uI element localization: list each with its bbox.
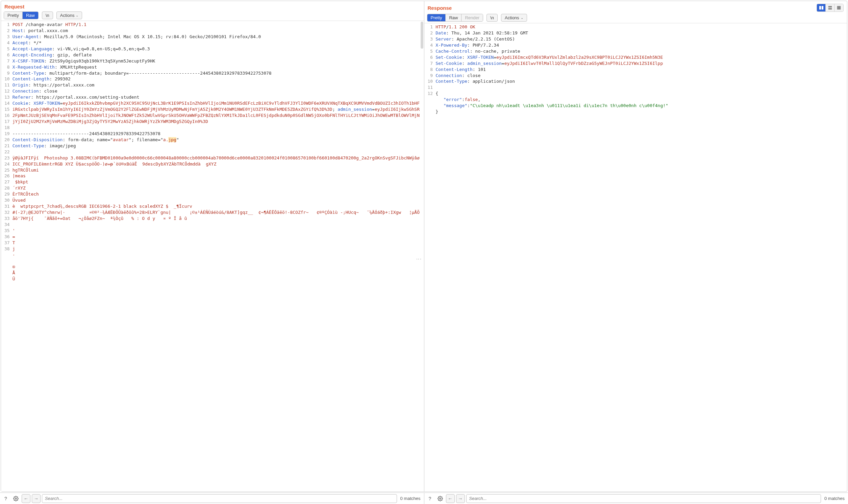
footer: ? ← → 0 matches ? ← → 0 matches: [0, 492, 848, 504]
columns-icon: [819, 5, 824, 10]
svg-rect-1: [821, 6, 823, 10]
response-editor-wrap[interactable]: 1 2 3 4 5 6 7 8 9 10 11 12 HTTP/1.1 200 …: [424, 23, 847, 491]
scrollbar-thumb[interactable]: [421, 22, 423, 49]
request-match-count: 0 matches: [398, 496, 423, 501]
split-panes: Request Pretty Raw \n Actions ⌄ 1 2 3 4 …: [1, 1, 847, 492]
request-pane: Request Pretty Raw \n Actions ⌄ 1 2 3 4 …: [1, 1, 424, 491]
response-footer: ? ← → 0 matches: [424, 493, 848, 504]
request-code[interactable]: POST /change-avatar HTTP/1.1 Host: porta…: [12, 21, 424, 491]
request-editor[interactable]: 1 2 3 4 5 6 7 8 9 10 11 12 13 14 15 16 1…: [1, 21, 424, 491]
kebab-icon[interactable]: ⋮: [416, 256, 422, 262]
request-tab-raw[interactable]: Raw: [23, 12, 38, 19]
single-icon: [836, 5, 841, 10]
svg-point-5: [15, 498, 17, 499]
svg-rect-2: [828, 6, 832, 7]
layout-columns-button[interactable]: [817, 4, 826, 12]
response-actions-menu[interactable]: Actions ⌄: [501, 14, 527, 22]
request-editor-wrap[interactable]: 1 2 3 4 5 6 7 8 9 10 11 12 13 14 15 16 1…: [1, 21, 424, 491]
response-actions-label: Actions: [505, 15, 519, 20]
response-tab-pretty[interactable]: Pretty: [427, 14, 446, 21]
help-icon[interactable]: ?: [1, 494, 10, 503]
request-header: Request: [1, 1, 424, 12]
svg-point-6: [439, 498, 441, 499]
layout-switcher: [816, 4, 844, 12]
request-search-input[interactable]: [42, 494, 397, 503]
layout-rows-button[interactable]: [826, 4, 834, 12]
response-editor[interactable]: 1 2 3 4 5 6 7 8 9 10 11 12 HTTP/1.1 200 …: [424, 23, 847, 491]
response-newline-toggle[interactable]: \n: [487, 14, 498, 22]
search-prev-button[interactable]: ←: [22, 494, 31, 503]
response-pane: Response Pretty Raw Rend: [424, 1, 847, 491]
chevron-down-icon: ⌄: [76, 14, 78, 17]
response-header: Response: [424, 1, 847, 14]
help-icon[interactable]: ?: [426, 494, 434, 503]
app-root: Request Pretty Raw \n Actions ⌄ 1 2 3 4 …: [0, 0, 848, 504]
response-tab-render[interactable]: Render: [462, 14, 483, 21]
request-gutter: 1 2 3 4 5 6 7 8 9 10 11 12 13 14 15 16 1…: [1, 21, 12, 491]
response-title: Response: [428, 5, 452, 11]
request-toolbar: Pretty Raw \n Actions ⌄: [1, 12, 424, 21]
rows-icon: [828, 5, 832, 10]
request-newline-toggle[interactable]: \n: [42, 12, 53, 19]
response-view-tabs: Pretty Raw Render: [427, 14, 484, 22]
request-actions-label: Actions: [60, 13, 75, 18]
svg-rect-0: [819, 6, 820, 10]
response-tab-raw[interactable]: Raw: [446, 14, 462, 21]
search-next-button[interactable]: →: [456, 494, 465, 503]
svg-rect-3: [828, 8, 832, 10]
response-match-count: 0 matches: [822, 496, 847, 501]
request-footer: ? ← → 0 matches: [0, 493, 424, 504]
response-code[interactable]: HTTP/1.1 200 OK Date: Thu, 14 Jan 2021 0…: [435, 23, 847, 491]
request-title: Request: [4, 4, 24, 10]
request-view-tabs: Pretty Raw: [4, 12, 38, 19]
search-prev-button[interactable]: ←: [446, 494, 455, 503]
gear-icon[interactable]: [436, 494, 445, 503]
search-next-button[interactable]: →: [32, 494, 40, 503]
response-gutter: 1 2 3 4 5 6 7 8 9 10 11 12: [424, 23, 435, 491]
gear-icon[interactable]: [12, 494, 20, 503]
response-search-input[interactable]: [466, 494, 821, 503]
request-tab-pretty[interactable]: Pretty: [4, 12, 23, 19]
request-actions-menu[interactable]: Actions ⌄: [56, 12, 83, 19]
layout-combined-button[interactable]: [834, 4, 843, 12]
response-toolbar: Pretty Raw Render \n Actions ⌄: [424, 14, 847, 23]
svg-rect-4: [837, 6, 841, 10]
chevron-down-icon: ⌄: [521, 16, 523, 20]
